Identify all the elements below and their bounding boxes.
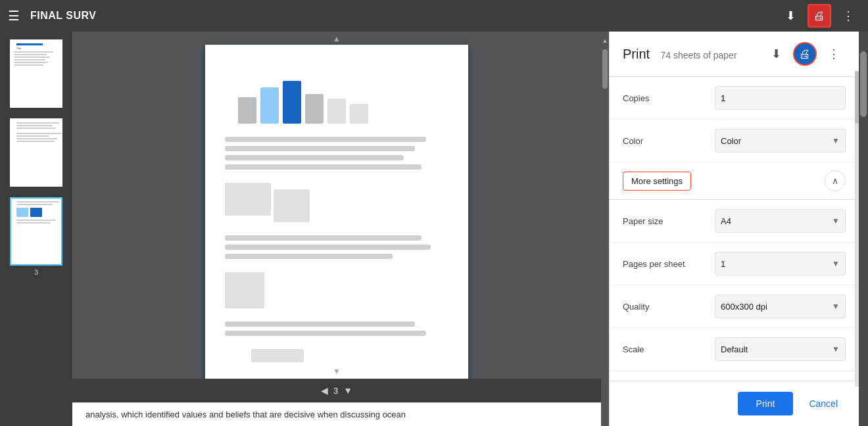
page-number: 3 (333, 386, 338, 396)
panel-scrollbar[interactable] (855, 71, 859, 387)
scroll-up-indicator[interactable]: ▲ (333, 34, 341, 43)
copies-label: Copies (623, 93, 715, 103)
print-sheets-count: 74 sheets of paper (661, 50, 737, 60)
print-header-icons: ⬇ 🖨 ⋮ (764, 42, 846, 66)
print-download-button[interactable]: ⬇ (764, 42, 788, 66)
print-header: Print 74 sheets of paper ⬇ 🖨 ⋮ (610, 32, 859, 77)
graphic-area-3 (225, 272, 448, 308)
global-scroll-thumb[interactable] (860, 51, 867, 117)
main-area: The (0, 32, 868, 426)
scale-select[interactable]: Default ▼ (715, 337, 846, 361)
thumbnail-label-3: 3 (34, 268, 38, 276)
quality-row: Quality 600x300 dpi ▼ (610, 285, 859, 328)
print-actions: Print Cancel (610, 381, 859, 426)
menu-icon[interactable]: ☰ (8, 8, 20, 24)
scroll-up-arrow[interactable]: ▲ (602, 34, 608, 47)
paper-size-label: Paper size (623, 216, 715, 226)
quality-select[interactable]: 600x300 dpi ▼ (715, 295, 846, 318)
chart-area (238, 71, 448, 124)
print-button-topbar[interactable]: 🖨 (808, 4, 831, 28)
color-label: Color (623, 136, 715, 146)
print-title: Print (623, 47, 650, 61)
scroll-thumb[interactable] (602, 49, 608, 89)
print-panel: Print 74 sheets of paper ⬇ 🖨 ⋮ Copies Co… (609, 32, 859, 426)
color-select[interactable]: Color ▼ (715, 129, 846, 153)
pages-per-sheet-label: Pages per sheet (623, 259, 715, 269)
thumbnail-image-3 (10, 197, 62, 266)
pages-per-sheet-select[interactable]: 1 ▼ (715, 252, 846, 275)
scale-label: Scale (623, 344, 715, 354)
copies-row: Copies (610, 77, 859, 120)
thumbnail-1[interactable]: The (7, 39, 66, 110)
pages-per-sheet-chevron-icon: ▼ (832, 259, 840, 268)
quality-chevron-icon: ▼ (832, 302, 840, 311)
more-options-button[interactable]: ⋮ (836, 4, 860, 28)
color-value: Color (721, 136, 741, 146)
print-title-group: Print 74 sheets of paper (623, 47, 737, 62)
page-preview-area: ▲ (72, 32, 601, 379)
color-row: Color Color ▼ (610, 120, 859, 162)
bottom-text-bar: analysis, which identified values and be… (72, 402, 601, 426)
print-more-button[interactable]: ⋮ (822, 42, 846, 66)
quality-value: 600x300 dpi (721, 302, 767, 312)
more-settings-button[interactable]: More settings (623, 172, 691, 191)
top-bar-left: ☰ FINAL SURV (8, 8, 779, 24)
page-preview-wrapper: ▲ (72, 32, 601, 426)
quality-label: Quality (623, 302, 715, 312)
doc-viewer-scrollbar[interactable]: ▲ (601, 32, 609, 426)
text-block-group-2 (225, 235, 448, 259)
scale-row: Scale Default ▼ (610, 328, 859, 371)
text-block-group-1 (225, 137, 448, 170)
pages-per-sheet-value: 1 (721, 259, 725, 269)
paper-size-select[interactable]: A4 ▼ (715, 209, 846, 233)
top-bar-right: ⬇ 🖨 ⋮ (779, 4, 860, 28)
paper-size-value: A4 (721, 216, 731, 226)
collapse-button[interactable]: ∧ (825, 170, 846, 191)
graphic-area-4 (225, 349, 448, 362)
page-navigation: ◀ 3 ▼ (72, 379, 601, 402)
pages-per-sheet-row: Pages per sheet 1 ▼ (610, 243, 859, 285)
thumbnail-image-1: The (10, 39, 62, 108)
document-page (205, 45, 468, 379)
text-block-group-3 (225, 321, 448, 336)
scale-value: Default (721, 344, 748, 354)
scroll-down-indicator[interactable]: ▼ (333, 367, 341, 376)
thumbnail-sidebar: The (0, 32, 72, 426)
next-page-button[interactable]: ▼ (343, 385, 352, 396)
graphic-area-2 (225, 183, 448, 222)
print-action-button[interactable]: Print (738, 392, 794, 415)
color-chevron-icon: ▼ (832, 136, 840, 145)
copies-input[interactable] (715, 86, 846, 110)
top-bar: ☰ FINAL SURV ⬇ 🖨 ⋮ (0, 0, 868, 32)
thumbnail-2[interactable] (7, 118, 66, 189)
thumbnail-3[interactable]: 3 (7, 197, 66, 276)
scale-chevron-icon: ▼ (832, 344, 840, 354)
print-form: Copies Color Color ▼ More settings ∧ (610, 77, 859, 381)
thumbnail-image-2 (10, 118, 62, 187)
system-dialog-row[interactable]: Print using system dialog... (Ctrl+Shift… (610, 371, 859, 381)
bottom-text-content: analysis, which identified values and be… (85, 410, 406, 419)
paper-size-chevron-icon: ▼ (832, 216, 840, 225)
document-viewer: The (0, 32, 609, 426)
panel-scroll-thumb[interactable] (855, 71, 859, 124)
paper-size-row: Paper size A4 ▼ (610, 200, 859, 243)
document-title: FINAL SURV (30, 10, 96, 22)
copies-field[interactable] (721, 93, 840, 103)
print-print-button[interactable]: 🖨 (793, 42, 817, 66)
cancel-action-button[interactable]: Cancel (801, 392, 846, 415)
prev-page-button[interactable]: ◀ (321, 385, 328, 396)
global-scrollbar[interactable] (859, 32, 868, 426)
more-settings-row: More settings ∧ (610, 162, 859, 200)
download-button[interactable]: ⬇ (779, 4, 802, 28)
